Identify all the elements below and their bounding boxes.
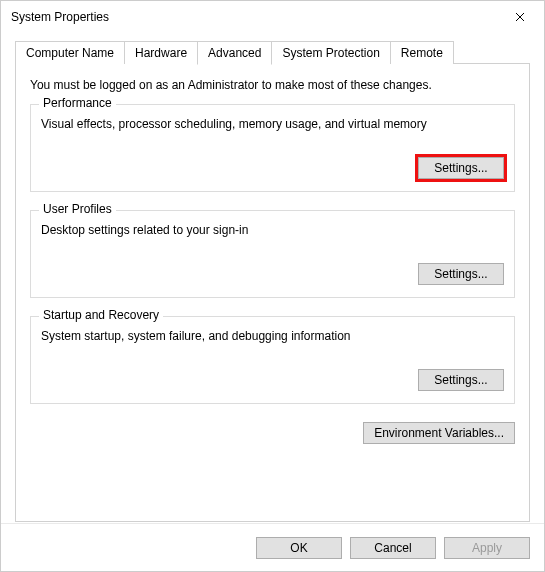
tab-remote[interactable]: Remote	[390, 41, 454, 64]
titlebar: System Properties	[1, 1, 544, 33]
system-properties-window: System Properties Computer Name Hardware…	[0, 0, 545, 572]
cancel-button[interactable]: Cancel	[350, 537, 436, 559]
window-title: System Properties	[11, 10, 497, 24]
env-row: Environment Variables...	[30, 422, 515, 444]
startup-recovery-desc: System startup, system failure, and debu…	[41, 329, 504, 343]
client-area: Computer Name Hardware Advanced System P…	[1, 33, 544, 523]
performance-button-row: Settings...	[41, 157, 504, 179]
performance-settings-button[interactable]: Settings...	[418, 157, 504, 179]
user-profiles-button-row: Settings...	[41, 263, 504, 285]
environment-variables-button[interactable]: Environment Variables...	[363, 422, 515, 444]
user-profiles-settings-button[interactable]: Settings...	[418, 263, 504, 285]
apply-button[interactable]: Apply	[444, 537, 530, 559]
advanced-panel: You must be logged on as an Administrato…	[15, 63, 530, 522]
tab-system-protection[interactable]: System Protection	[271, 41, 390, 64]
performance-title: Performance	[39, 96, 116, 110]
startup-recovery-group: Startup and Recovery System startup, sys…	[30, 316, 515, 404]
admin-notice: You must be logged on as an Administrato…	[30, 78, 515, 92]
user-profiles-title: User Profiles	[39, 202, 116, 216]
startup-recovery-title: Startup and Recovery	[39, 308, 163, 322]
close-icon[interactable]	[497, 2, 542, 32]
user-profiles-desc: Desktop settings related to your sign-in	[41, 223, 504, 237]
dialog-footer: OK Cancel Apply	[1, 523, 544, 571]
tab-hardware[interactable]: Hardware	[124, 41, 198, 64]
performance-group: Performance Visual effects, processor sc…	[30, 104, 515, 192]
startup-recovery-settings-button[interactable]: Settings...	[418, 369, 504, 391]
performance-desc: Visual effects, processor scheduling, me…	[41, 117, 504, 131]
tab-advanced[interactable]: Advanced	[197, 41, 272, 65]
startup-recovery-button-row: Settings...	[41, 369, 504, 391]
tab-strip: Computer Name Hardware Advanced System P…	[15, 41, 530, 64]
user-profiles-group: User Profiles Desktop settings related t…	[30, 210, 515, 298]
tab-computer-name[interactable]: Computer Name	[15, 41, 125, 64]
ok-button[interactable]: OK	[256, 537, 342, 559]
